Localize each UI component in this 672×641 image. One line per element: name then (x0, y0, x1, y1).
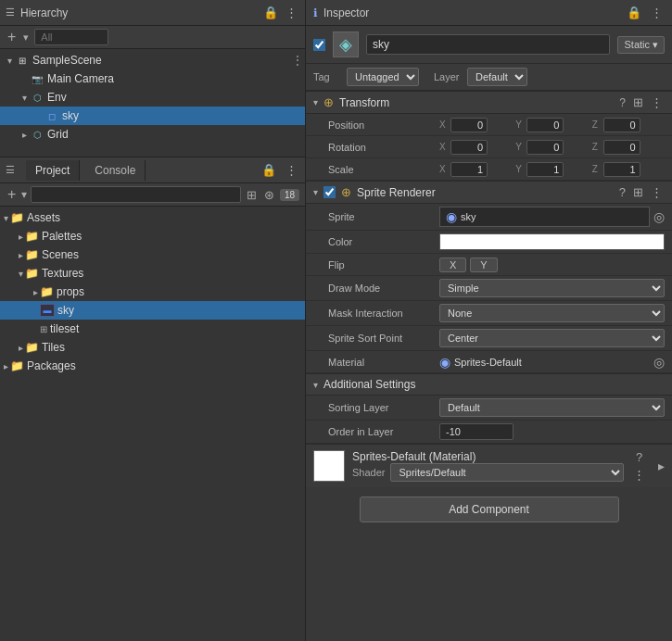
additional-settings-header[interactable]: ▾ Additional Settings (306, 373, 672, 396)
hierarchy-toolbar: + ▾ (0, 26, 305, 49)
sorting-layer-label: Sorting Layer (328, 402, 439, 413)
project-add-arrow: ▾ (21, 188, 27, 201)
object-active-checkbox[interactable] (313, 39, 325, 51)
project-add-button[interactable]: + (6, 186, 18, 203)
palettes-label: Palettes (42, 230, 82, 243)
mask-interaction-select[interactable]: None (439, 304, 665, 322)
sprite-renderer-layout-button[interactable]: ⊞ (631, 185, 645, 199)
inspector-lock-button[interactable]: 🔒 (625, 6, 643, 19)
scale-z-input[interactable] (603, 162, 640, 177)
packages-folder-icon: 📁 (10, 359, 24, 372)
position-x-input[interactable] (450, 118, 488, 132)
sprite-renderer-more-button[interactable]: ⋮ (649, 185, 665, 199)
sprite-name-display[interactable]: ◉ sky (439, 207, 650, 227)
position-y-item: Y (515, 118, 588, 132)
env-arrow: ▾ (19, 93, 30, 103)
hierarchy-lock-button[interactable]: 🔒 (261, 6, 280, 19)
sorting-layer-select[interactable]: Default (439, 398, 665, 417)
sprite-sort-point-row: Sprite Sort Point Center (306, 326, 672, 351)
inspector-panel: ℹ Inspector 🔒 ⋮ ◈ Static ▾ Tag Untagged … (306, 0, 672, 641)
hierarchy-item-env[interactable]: ▾ ⬡ Env (0, 88, 305, 107)
position-y-input[interactable] (526, 118, 564, 132)
samplescene-menu[interactable]: ⋮ (290, 54, 305, 67)
sprite-renderer-icon: ⊕ (341, 185, 351, 199)
sprite-pick-button[interactable]: ◎ (653, 209, 665, 224)
order-in-layer-input[interactable] (439, 423, 514, 440)
transform-layout-button[interactable]: ⊞ (631, 95, 645, 109)
rotation-x-input[interactable] (450, 140, 488, 155)
layer-select[interactable]: Default (467, 68, 527, 86)
tab-console[interactable]: Console (85, 160, 146, 181)
transform-more-button[interactable]: ⋮ (649, 95, 665, 109)
inspector-info-icon: ℹ (313, 6, 318, 19)
camera-icon: 📷 (30, 71, 44, 86)
sky-label: sky (62, 109, 79, 122)
project-panel-header: ☰ Project Console 🔒 ⋮ (0, 157, 305, 183)
scale-y-input[interactable] (526, 162, 564, 177)
material-help-button[interactable]: ? (631, 450, 647, 464)
proj-item-sky[interactable]: ▸ ▬ sky (0, 301, 305, 320)
project-view-button[interactable]: ⊞ (245, 188, 259, 202)
proj-item-props[interactable]: ▸ 📁 props (0, 283, 305, 301)
sky-icon: ◻ (44, 108, 59, 123)
tab-project[interactable]: Project (26, 160, 80, 181)
transform-help-button[interactable]: ? (617, 95, 628, 109)
hierarchy-item-samplescene[interactable]: ▾ ⊞ SampleScene ⋮ (0, 51, 305, 69)
project-lock-button[interactable]: 🔒 (260, 163, 278, 177)
sprite-sort-point-select[interactable]: Center (439, 329, 665, 347)
hierarchy-menu-icon: ☰ (6, 6, 15, 19)
props-folder-icon: 📁 (40, 285, 54, 298)
project-more-button[interactable]: ⋮ (284, 163, 299, 177)
proj-item-tileset[interactable]: ▸ ⊞ tileset (0, 320, 305, 338)
position-z-input[interactable] (603, 118, 640, 132)
tag-select[interactable]: Untagged (347, 68, 419, 86)
hierarchy-search-input[interactable] (34, 29, 108, 45)
inspector-more-button[interactable]: ⋮ (649, 6, 665, 19)
hierarchy-item-sky[interactable]: ▸ ◻ sky (0, 107, 305, 125)
material-collapse-arrow[interactable]: ▸ (658, 459, 665, 473)
proj-item-assets[interactable]: ▾ 📁 Assets (0, 208, 305, 227)
packages-label: Packages (27, 359, 76, 372)
proj-item-tiles[interactable]: ▸ 📁 Tiles (0, 338, 305, 357)
hierarchy-more-button[interactable]: ⋮ (284, 6, 299, 19)
flip-y-button[interactable]: Y (470, 258, 497, 272)
hierarchy-item-maincamera[interactable]: ▸ 📷 Main Camera (0, 69, 305, 88)
sprite-sort-point-label: Sprite Sort Point (328, 333, 439, 344)
flip-x-button[interactable]: X (439, 258, 466, 272)
proj-item-scenes[interactable]: ▸ 📁 Scenes (0, 245, 305, 264)
shader-select[interactable]: Sprites/Default (390, 463, 624, 482)
add-component-button[interactable]: Add Component (360, 496, 619, 522)
scale-x-label: X (439, 164, 449, 174)
transform-tools: ? ⊞ ⋮ (617, 95, 665, 109)
material-pick-button[interactable]: ◎ (653, 355, 665, 370)
tileset-icon: ⊞ (40, 324, 47, 334)
color-row: Color (306, 231, 672, 254)
project-filter-button[interactable]: ⊛ (262, 188, 276, 202)
rotation-y-item: Y (515, 140, 588, 155)
sprite-renderer-section-header[interactable]: ▾ ⊕ Sprite Renderer ? ⊞ ⋮ (306, 181, 672, 204)
draw-mode-value: Simple (439, 279, 665, 297)
scale-x-input[interactable] (450, 162, 488, 177)
hierarchy-add-button[interactable]: + (6, 29, 18, 45)
textures-arrow: ▾ (19, 269, 23, 279)
tag-layer-row: Tag Untagged Layer Default (306, 64, 672, 91)
static-button[interactable]: Static ▾ (617, 36, 665, 54)
samplescene-arrow: ▾ (4, 56, 15, 66)
proj-item-textures[interactable]: ▾ 📁 Textures (0, 264, 305, 283)
color-swatch[interactable] (439, 233, 665, 250)
draw-mode-select[interactable]: Simple (439, 279, 665, 297)
transform-section-header[interactable]: ▾ ⊕ Transform ? ⊞ ⋮ (306, 91, 672, 114)
textures-label: Textures (42, 267, 83, 280)
sprite-renderer-checkbox[interactable] (323, 186, 336, 198)
proj-item-packages[interactable]: ▸ 📁 Packages (0, 357, 305, 375)
material-more-button[interactable]: ⋮ (631, 468, 647, 482)
project-file-tree: ▾ 📁 Assets ▸ 📁 Palettes ▸ 📁 Scenes ▾ 📁 T… (0, 207, 305, 641)
sprite-renderer-help-button[interactable]: ? (617, 185, 628, 199)
hierarchy-item-grid[interactable]: ▸ ⬡ Grid (0, 125, 305, 144)
rotation-y-input[interactable] (526, 140, 564, 155)
shader-row: Shader Sprites/Default (352, 463, 624, 482)
object-name-input[interactable] (366, 34, 610, 55)
proj-item-palettes[interactable]: ▸ 📁 Palettes (0, 227, 305, 245)
project-search-input[interactable] (31, 186, 241, 203)
rotation-z-input[interactable] (603, 140, 640, 155)
